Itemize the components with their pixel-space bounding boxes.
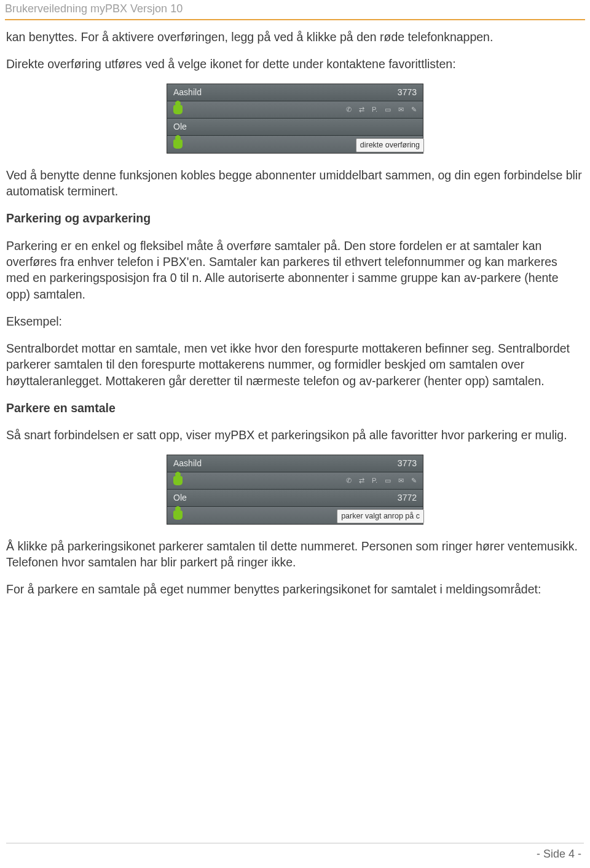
contact-actions: direkte overføring: [167, 136, 423, 153]
contact-actions: ✆ ⇄ P. ▭ ✉ ✎: [167, 101, 423, 119]
paragraph: Ved å benytte denne funksjonen kobles be…: [6, 167, 584, 200]
contact-actions: parker valgt anrop på c: [167, 507, 423, 524]
figure-2: Aashild 3773 ✆ ⇄ P. ▭ ✉ ✎ Ole 3772 parke…: [6, 455, 584, 525]
edit-icon[interactable]: ✎: [411, 105, 417, 114]
page-number: - Side 4 -: [537, 848, 581, 861]
paragraph: For å parkere en samtale på eget nummer …: [6, 581, 584, 597]
contact-panel: Aashild 3773 ✆ ⇄ P. ▭ ✉ ✎ Ole direkte ov…: [167, 84, 423, 154]
phone-icon[interactable]: ✆: [346, 476, 352, 485]
park-icon[interactable]: P.: [372, 476, 377, 485]
footer-divider: [6, 843, 584, 843]
doc-header: Brukerveiledning myPBX Versjon 10: [0, 0, 590, 19]
contact-name: Aashild: [173, 87, 202, 98]
contact-name: Ole: [173, 492, 187, 504]
paragraph: Å klikke på parkeringsikonet parkerer sa…: [6, 538, 584, 571]
paragraph: Sentralbordet mottar en samtale, men vet…: [6, 340, 584, 389]
presence-icon: [173, 139, 183, 149]
paragraph: kan benyttes. For å aktivere overføringe…: [6, 29, 584, 45]
contact-number: 3772: [398, 492, 417, 504]
mail-icon[interactable]: ✉: [398, 476, 404, 485]
presence-icon: [173, 476, 183, 485]
contact-name: Ole: [173, 121, 187, 133]
chat-icon[interactable]: ▭: [385, 105, 391, 114]
paragraph: Parkering er en enkel og fleksibel måte …: [6, 238, 584, 302]
contact-actions: ✆ ⇄ P. ▭ ✉ ✎: [167, 472, 423, 490]
contact-row[interactable]: Ole 3772: [167, 490, 423, 507]
transfer-icon[interactable]: ⇄: [359, 105, 364, 114]
tooltip: parker valgt anrop på c: [337, 509, 424, 523]
heading: Parkere en samtale: [6, 400, 584, 416]
contact-number: 3773: [398, 87, 417, 98]
contact-row[interactable]: Aashild 3773: [167, 84, 423, 101]
contact-number: 3773: [398, 458, 417, 469]
presence-icon: [173, 510, 183, 520]
mail-icon[interactable]: ✉: [398, 105, 404, 114]
park-icon[interactable]: P.: [372, 105, 377, 114]
contact-row[interactable]: Ole: [167, 119, 423, 136]
paragraph: Så snart forbindelsen er satt opp, viser…: [6, 427, 584, 443]
phone-icon[interactable]: ✆: [346, 105, 352, 114]
contact-name: Aashild: [173, 458, 202, 469]
figure-1: Aashild 3773 ✆ ⇄ P. ▭ ✉ ✎ Ole direkte ov…: [6, 84, 584, 154]
contact-panel: Aashild 3773 ✆ ⇄ P. ▭ ✉ ✎ Ole 3772 parke…: [167, 455, 423, 525]
chat-icon[interactable]: ▭: [385, 476, 391, 485]
tooltip: direkte overføring: [356, 138, 424, 152]
edit-icon[interactable]: ✎: [411, 476, 417, 485]
contact-row[interactable]: Aashild 3773: [167, 455, 423, 472]
presence-icon: [173, 105, 183, 114]
content: kan benyttes. For å aktivere overføringe…: [0, 29, 590, 598]
divider-orange: [5, 19, 585, 20]
transfer-icon[interactable]: ⇄: [359, 476, 364, 485]
paragraph: Direkte overføring utføres ved å velge i…: [6, 56, 584, 72]
paragraph: Eksempel:: [6, 313, 584, 329]
heading: Parkering og avparkering: [6, 210, 584, 226]
